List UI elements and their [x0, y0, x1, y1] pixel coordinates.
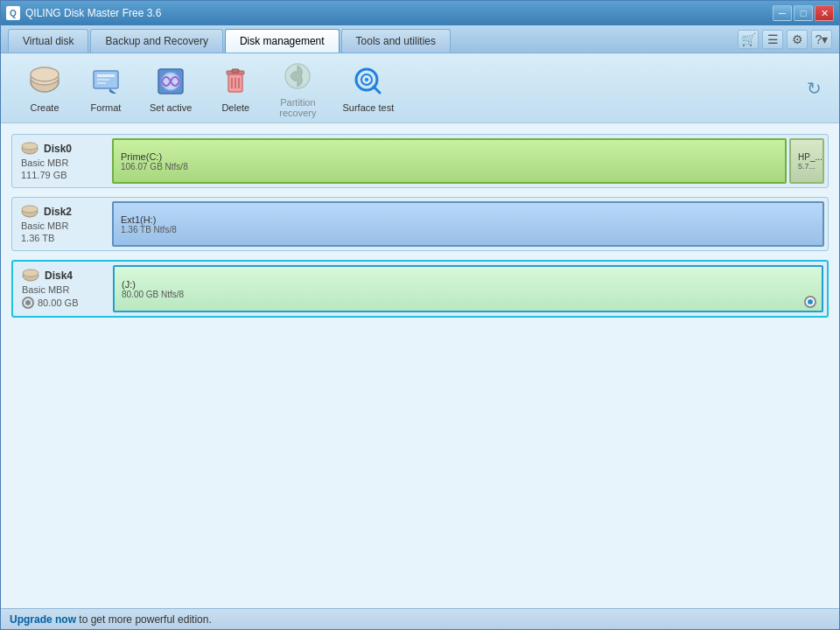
disk2-partitions: Ext1(H:) 1.36 TB Ntfs/8 — [108, 198, 828, 250]
surface-test-tool[interactable]: Surface test — [334, 59, 403, 118]
svg-point-20 — [365, 78, 368, 81]
settings-icon-btn[interactable]: ⚙ — [787, 30, 808, 49]
svg-line-19 — [374, 87, 380, 93]
disk0-type: Basic MBR — [21, 158, 100, 168]
svg-point-2 — [31, 67, 59, 81]
format-tool[interactable]: Format — [80, 59, 132, 118]
disk0-p2-label: HP_... — [798, 152, 816, 162]
upgrade-link[interactable]: Upgrade now — [10, 613, 76, 626]
create-icon — [27, 64, 62, 99]
disk2-p1-label: Ext1(H:) — [121, 214, 816, 225]
upgrade-suffix: to get more powerful edition. — [76, 613, 212, 626]
disk2-p1-detail: 1.36 TB Ntfs/8 — [121, 225, 816, 234]
svg-rect-4 — [97, 74, 115, 77]
disk4-size: 80.00 GB — [38, 298, 78, 308]
disk0-icon — [21, 142, 38, 156]
partition-recovery-label: Partitionrecovery — [279, 97, 316, 118]
nav-right-controls: 🛒 ☰ ⚙ ?▾ — [738, 30, 832, 52]
svg-rect-5 — [97, 79, 109, 80]
format-label: Format — [91, 102, 122, 113]
status-bar: Upgrade now to get more powerful edition… — [1, 608, 839, 629]
disk0-name: Disk0 — [44, 143, 72, 155]
disk4-icon — [22, 269, 39, 283]
disk0-partitions: Prime(C:) 106.07 GB Ntfs/8 HP_... 5.7... — [108, 135, 828, 187]
partition-recovery-tool[interactable]: Partitionrecovery — [270, 53, 325, 123]
create-label: Create — [30, 102, 59, 113]
minimize-button[interactable]: ─ — [773, 5, 792, 21]
maximize-button[interactable]: □ — [794, 5, 813, 21]
tab-backup-recovery[interactable]: Backup and Recovery — [90, 29, 222, 52]
disk0-p1-label: Prime(C:) — [121, 151, 778, 162]
disk4-name-row: Disk4 — [22, 269, 101, 283]
disk2-icon — [21, 205, 38, 219]
disk0-info: Disk0 Basic MBR 111.79 GB — [12, 135, 108, 187]
set-active-label: Set active — [150, 102, 192, 113]
delete-tool[interactable]: Delete — [209, 59, 262, 118]
set-active-tool[interactable]: Set active — [141, 59, 200, 118]
partition-recovery-icon — [280, 59, 315, 94]
disk2-size: 1.36 TB — [21, 233, 100, 243]
close-button[interactable]: ✕ — [815, 5, 834, 21]
disk4-partition1[interactable]: (J:) 80.00 GB Ntfs/8 — [113, 265, 823, 312]
svg-rect-12 — [232, 69, 239, 73]
disk0-name-row: Disk0 — [21, 142, 100, 156]
disk2-name-row: Disk2 — [21, 205, 100, 219]
cart-icon-btn[interactable]: 🛒 — [738, 30, 759, 49]
title-bar: Q QILING Disk Master Free 3.6 ─ □ ✕ — [1, 1, 839, 25]
disk4-p1-detail: 80.00 GB Ntfs/8 — [122, 290, 815, 299]
disk4-type: Basic MBR — [22, 284, 101, 295]
disk4-info: Disk4 Basic MBR 80.00 GB — [13, 262, 109, 316]
help-icon-btn[interactable]: ?▾ — [811, 30, 832, 49]
list-icon-btn[interactable]: ☰ — [762, 30, 783, 49]
disk4-radio[interactable] — [22, 297, 34, 309]
set-active-icon — [153, 64, 188, 99]
disk2-name: Disk2 — [44, 206, 72, 218]
format-icon — [88, 64, 123, 99]
app-icon: Q — [6, 6, 20, 20]
svg-rect-6 — [97, 82, 106, 84]
disk0-size: 111.79 GB — [21, 170, 100, 180]
tab-virtual-disk[interactable]: Virtual disk — [8, 29, 88, 52]
disk2-partition1[interactable]: Ext1(H:) 1.36 TB Ntfs/8 — [112, 201, 824, 247]
content-area: Disk0 Basic MBR 111.79 GB Prime(C:) 106.… — [1, 123, 839, 608]
disk4-row: Disk4 Basic MBR 80.00 GB (J:) 80.00 GB N… — [11, 260, 829, 318]
disk4-name: Disk4 — [45, 270, 73, 282]
disk0-p2-detail: 5.7... — [798, 162, 816, 171]
disk0-row: Disk0 Basic MBR 111.79 GB Prime(C:) 106.… — [11, 134, 829, 188]
partition-radio-indicator — [804, 296, 816, 308]
toolbar: Create Format — [1, 53, 839, 123]
disk4-p1-label: (J:) — [122, 279, 815, 290]
svg-marker-7 — [109, 88, 116, 94]
nav-tabs: Virtual disk Backup and Recovery Disk ma… — [1, 25, 839, 53]
disk0-p1-detail: 106.07 GB Ntfs/8 — [121, 162, 778, 172]
svg-point-22 — [22, 143, 38, 150]
title-bar-left: Q QILING Disk Master Free 3.6 — [6, 6, 161, 20]
disk0-partition1[interactable]: Prime(C:) 106.07 GB Ntfs/8 — [112, 138, 787, 184]
disk0-partition2[interactable]: HP_... 5.7... — [789, 138, 824, 184]
disk2-info: Disk2 Basic MBR 1.36 TB — [12, 198, 108, 250]
main-window: Q QILING Disk Master Free 3.6 ─ □ ✕ Virt… — [0, 0, 840, 630]
status-upgrade-text: Upgrade now to get more powerful edition… — [10, 613, 212, 626]
surface-test-icon — [351, 64, 386, 99]
disk2-type: Basic MBR — [21, 220, 100, 231]
surface-test-label: Surface test — [343, 102, 395, 113]
disk2-row: Disk2 Basic MBR 1.36 TB Ext1(H:) 1.36 TB… — [11, 197, 829, 251]
svg-point-26 — [23, 270, 38, 276]
toolbar-right: ↻ — [807, 78, 822, 99]
delete-icon — [218, 64, 253, 99]
svg-point-24 — [22, 206, 38, 213]
window-title: QILING Disk Master Free 3.6 — [25, 7, 161, 19]
disk4-partitions: (J:) 80.00 GB Ntfs/8 — [109, 262, 827, 316]
refresh-icon[interactable]: ↻ — [807, 78, 822, 99]
delete-label: Delete — [221, 102, 249, 113]
create-tool[interactable]: Create — [18, 59, 71, 118]
tab-disk-management[interactable]: Disk management — [225, 29, 340, 52]
window-controls: ─ □ ✕ — [773, 5, 834, 21]
tab-tools-utilities[interactable]: Tools and utilities — [341, 29, 451, 52]
